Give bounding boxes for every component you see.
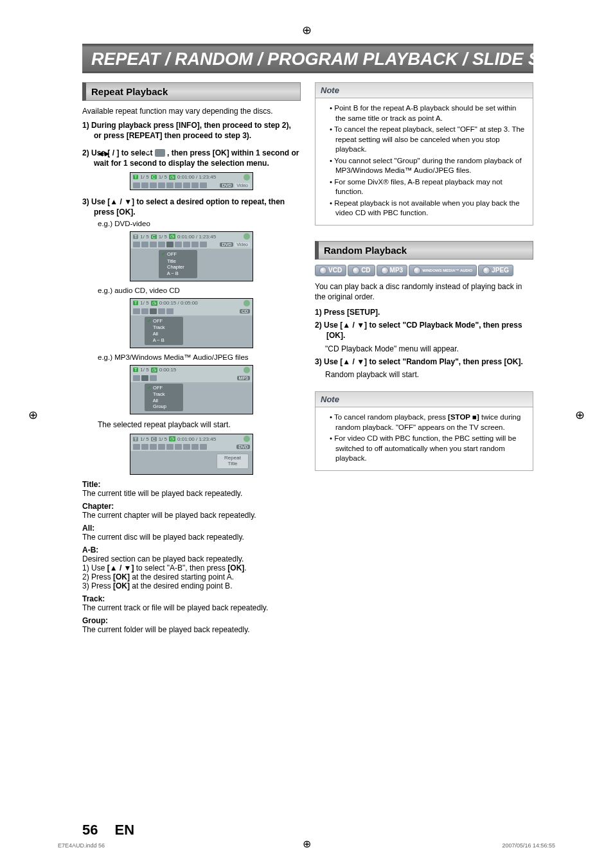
step-1: 1) During playback press [INFO], then pr…	[82, 120, 301, 141]
repeat-options-dvd: ✔ OFF ✔ Title ✔ Chapter ✔ A ~ B	[159, 250, 197, 278]
eg-label-cd: e.g.) audio CD, video CD	[82, 287, 301, 294]
icon-row: DVD Video	[130, 181, 253, 190]
selected-start: The selected repeat playback will start.	[82, 420, 301, 430]
disc-icon	[381, 267, 389, 274]
tag-cd: CD	[240, 309, 250, 314]
note1-item: For some DivX® files, A-B repeat playbac…	[330, 177, 526, 197]
format-mp3: MP3	[377, 265, 408, 276]
tag-mp3: MP3	[237, 376, 250, 380]
chip-t: T	[133, 175, 138, 179]
def-ab-3: 3) Press [OK] at the desired ending poin…	[82, 581, 301, 590]
register-mark-left-icon: ⊕	[28, 408, 38, 422]
clock-icon: ◷	[151, 301, 157, 306]
format-cd: CD	[348, 265, 375, 276]
random-playback-heading: Random Playback	[315, 241, 533, 260]
chip-c: C	[151, 175, 157, 179]
disc-icon	[413, 267, 421, 274]
random-step-3: 3) Use [▲ / ▼] to select "Random Play", …	[315, 357, 533, 367]
page-lang: EN	[115, 822, 135, 838]
time-readout: 0:01:00 / 1:23:45	[177, 174, 216, 180]
clock-icon: ◷	[169, 234, 175, 239]
note2-item: To cancel random playback, press [STOP ■…	[330, 412, 526, 432]
note1-item: You cannot select "Group" during the ran…	[330, 156, 526, 176]
tag-video: Video	[235, 183, 250, 188]
register-mark-bottom-icon: ⊕	[303, 838, 311, 850]
def-ab-1: 1) Use [▲ / ▼] to select "A-B", then pre…	[82, 563, 301, 572]
repeat-options-mp3: ✔ OFF ✔ Track ✔ All ✔ Group	[145, 384, 183, 412]
def-track-b: The current track or file will be played…	[82, 603, 301, 612]
format-vcd: VCD	[315, 265, 346, 276]
note-heading-2: Note	[315, 391, 533, 407]
page-number: 56	[82, 822, 98, 838]
repeat-icon	[155, 149, 165, 157]
note-heading-1: Note	[315, 82, 533, 98]
repeat-options-cd: ✔ OFF ✔ Track ✔ All ✔ A ~ B	[145, 317, 183, 345]
def-group-h: Group:	[82, 616, 301, 625]
disc-icon	[352, 267, 360, 274]
chip-chapter-count: 1/ 5	[159, 174, 167, 180]
format-strip: VCD CD MP3 WINDOWS MEDIA™ AUDIO JPEG	[315, 265, 533, 276]
def-all-h: All:	[82, 524, 301, 533]
page-footer: 56 EN	[82, 822, 134, 838]
def-ab-2: 2) Press [OK] at the desired starting po…	[82, 572, 301, 581]
chip-title-count: 1/ 5	[140, 174, 148, 180]
random-step-3-follow: Random playback will start.	[315, 369, 533, 380]
repeat-intro: Available repeat function may vary depen…	[82, 106, 301, 116]
random-step-2-follow: "CD Playback Mode" menu will appear.	[315, 344, 533, 354]
def-title-h: Title:	[82, 480, 301, 489]
clock-icon: ◷	[151, 368, 157, 373]
print-footer-left: E7E4AUD.indd 56	[58, 842, 105, 849]
register-mark-right-icon: ⊕	[575, 408, 585, 422]
random-step-2: 2) Use [▲ / ▼] to select "CD Playback Mo…	[315, 320, 533, 341]
format-wma: WINDOWS MEDIA™ AUDIO	[409, 265, 477, 276]
note-body-1: Point B for the repeat A-B playback shou…	[315, 98, 533, 226]
def-all-b: The current disc will be played back rep…	[82, 533, 301, 542]
osd-shot-dvd-menu: T 1/ 5 C 1/ 5 ◷ 0:01:00 / 1:23:45 DVD Vi…	[130, 231, 253, 281]
note1-item: Repeat playback is not available when yo…	[330, 199, 526, 218]
note2-item: For video CD with PBC function, the PBC …	[330, 434, 526, 464]
chip-t: T	[133, 235, 138, 239]
def-group-b: The current folder will be played back r…	[82, 625, 301, 634]
disc-icon	[483, 267, 490, 274]
def-chapter-h: Chapter:	[82, 502, 301, 511]
def-title-b: The current title will be played back re…	[82, 489, 301, 498]
clock-icon: ◷	[169, 436, 175, 441]
clock-icon: ◷	[169, 175, 175, 180]
register-mark-icon: ⊕	[302, 23, 312, 37]
step-3: 3) Use [▲ / ▼] to select a desired optio…	[82, 197, 301, 217]
tag-dvd: DVD	[220, 183, 233, 188]
repeat-playback-heading: Repeat Playback	[82, 82, 301, 101]
format-jpeg: JPEG	[478, 265, 513, 276]
print-footer-right: 2007/05/16 14:56:55	[502, 842, 555, 849]
osd-shot-dvd-infobar: T 1/ 5 C 1/ 5 ◷ 0:01:00 / 1:23:45 DVD Vi…	[130, 172, 253, 190]
note-body-2: To cancel random playback, press [STOP ■…	[315, 407, 533, 471]
osd-shot-repeat-title: T 1/ 5 C 1/ 5 ◷ 0:01:00 / 1:23:45 DVD Re…	[130, 434, 253, 475]
eg-label-mp3: e.g.) MP3/Windows Media™ Audio/JPEG file…	[82, 353, 301, 361]
osd-shot-cd-menu: T 1/ 5 ◷ 0:00:15 / 0:05:00 CD ✔ OFF ✔ Tr…	[130, 298, 253, 348]
random-intro: You can play back a disc randomly instea…	[315, 281, 533, 302]
repeat-status-label: Repeat Title	[217, 454, 249, 469]
disc-icon	[319, 267, 327, 274]
def-ab-h: A-B:	[82, 545, 301, 554]
def-ab-b: Desired section can be played back repea…	[82, 554, 301, 563]
note1-item: To cancel the repeat playback, select "O…	[330, 125, 526, 155]
eg-label-dvd: e.g.) DVD-video	[82, 220, 301, 227]
random-step-1: 1) Press [SETUP].	[315, 307, 533, 317]
note1-item: Point B for the repeat A-B playback shou…	[330, 103, 526, 123]
status-dot	[244, 174, 250, 181]
osd-shot-mp3-menu: T 1/ 5 ◷ 0:00:15 MP3 ✔ OFF ✔ Track ✔ All…	[130, 365, 253, 415]
def-chapter-b: The current chapter will be played back …	[82, 511, 301, 520]
def-track-h: Track:	[82, 594, 301, 603]
step-2: 2) Use [◀ / ▶] to select , then press [O…	[82, 148, 301, 168]
page-title-banner: REPEAT / RANDOM / PROGRAM PLAYBACK / SLI…	[82, 44, 533, 73]
